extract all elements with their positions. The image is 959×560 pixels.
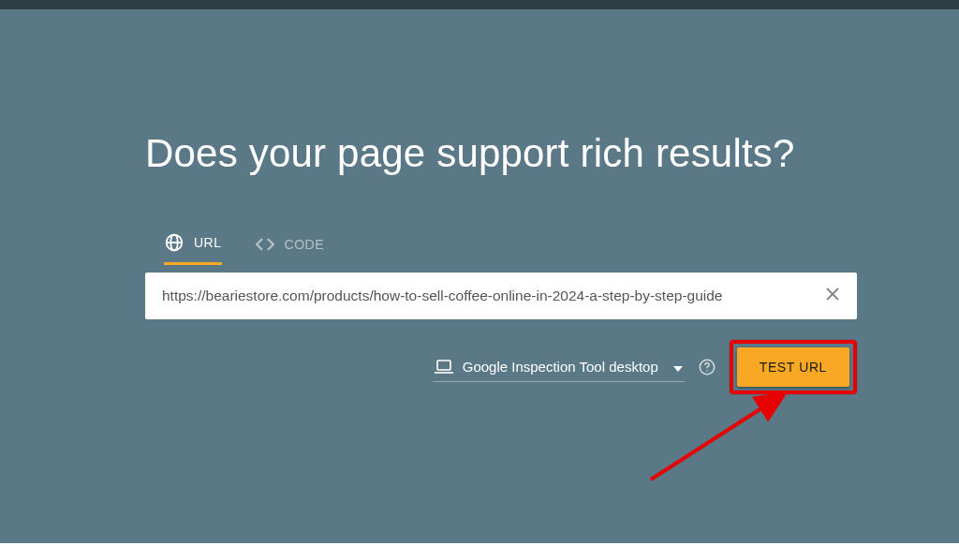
page-heading: Does your page support rich results? (145, 131, 857, 176)
svg-marker-6 (673, 366, 683, 372)
url-input[interactable] (162, 287, 821, 304)
svg-rect-4 (437, 361, 450, 370)
tab-url[interactable]: URL (164, 223, 222, 265)
help-button[interactable] (698, 358, 716, 376)
url-input-container (145, 273, 857, 319)
device-selector-label: Google Inspection Tool desktop (463, 359, 658, 375)
help-circle-icon (698, 358, 716, 376)
code-icon (255, 234, 275, 255)
tab-url-label: URL (194, 235, 222, 250)
tab-code[interactable]: CODE (255, 223, 324, 265)
main-content-area: Does your page support rich results? URL (0, 9, 959, 543)
laptop-icon (435, 360, 453, 375)
svg-point-8 (706, 370, 708, 372)
bottom-strip (0, 543, 959, 560)
globe-icon (164, 232, 184, 253)
svg-line-10 (651, 395, 782, 479)
top-bar (0, 0, 959, 9)
device-selector[interactable]: Google Inspection Tool desktop (433, 353, 685, 382)
chevron-down-icon (673, 359, 683, 376)
content-wrapper: Does your page support rich results? URL (145, 131, 857, 394)
tab-code-label: CODE (285, 237, 324, 252)
clear-input-button[interactable] (821, 283, 844, 309)
close-icon (825, 287, 840, 302)
annotation-arrow (642, 381, 829, 494)
action-row: Google Inspection Tool desktop TEST URL (145, 340, 857, 394)
test-url-button[interactable]: TEST URL (737, 347, 849, 387)
input-mode-tabs: URL CODE (164, 223, 857, 265)
test-button-highlight: TEST URL (730, 340, 857, 394)
